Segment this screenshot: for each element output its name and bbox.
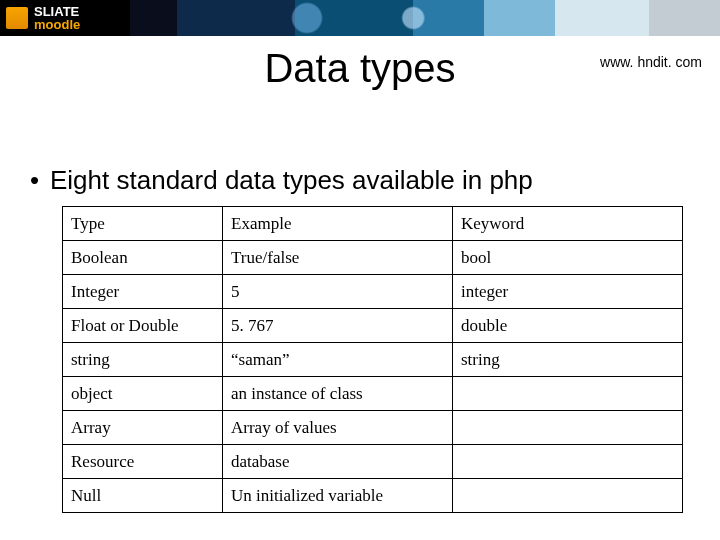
table-header-cell: Example	[223, 207, 453, 241]
table-cell: Un initialized variable	[223, 479, 453, 513]
table-row: object an instance of class	[63, 377, 683, 411]
table-cell: database	[223, 445, 453, 479]
table-header-row: Type Example Keyword	[63, 207, 683, 241]
table-cell: bool	[453, 241, 683, 275]
table-cell	[453, 377, 683, 411]
table-cell: string	[63, 343, 223, 377]
table-row: Array Array of values	[63, 411, 683, 445]
table-cell: integer	[453, 275, 683, 309]
table-cell: Boolean	[63, 241, 223, 275]
table-cell: Null	[63, 479, 223, 513]
table-cell: 5	[223, 275, 453, 309]
table-cell: object	[63, 377, 223, 411]
table-row: Boolean True/false bool	[63, 241, 683, 275]
table-row: Resource database	[63, 445, 683, 479]
table-cell: Float or Double	[63, 309, 223, 343]
title-row: Data types www. hndit. com	[0, 46, 720, 104]
logo-block: SLIATE moodle	[0, 0, 130, 36]
table-cell: Resource	[63, 445, 223, 479]
logo-icon	[6, 7, 28, 29]
table-cell: “saman”	[223, 343, 453, 377]
table-cell: string	[453, 343, 683, 377]
logo-text: SLIATE moodle	[34, 5, 80, 31]
slide-content: •Eight standard data types available in …	[30, 165, 690, 513]
table-header-cell: Type	[63, 207, 223, 241]
table-cell	[453, 445, 683, 479]
table-row: Integer 5 integer	[63, 275, 683, 309]
table-cell: 5. 767	[223, 309, 453, 343]
bullet-dot-icon: •	[30, 165, 50, 196]
table-cell: double	[453, 309, 683, 343]
table-header-cell: Keyword	[453, 207, 683, 241]
bullet-text: Eight standard data types available in p…	[50, 165, 533, 195]
table-cell	[453, 479, 683, 513]
data-types-table: Type Example Keyword Boolean True/false …	[62, 206, 683, 513]
table-cell: Integer	[63, 275, 223, 309]
table-cell: True/false	[223, 241, 453, 275]
table-cell: Array of values	[223, 411, 453, 445]
logo-line2: moodle	[34, 18, 80, 31]
table-row: Float or Double 5. 767 double	[63, 309, 683, 343]
table-row: Null Un initialized variable	[63, 479, 683, 513]
bullet-line: •Eight standard data types available in …	[30, 165, 690, 196]
table-cell: an instance of class	[223, 377, 453, 411]
banner-imagery	[130, 0, 720, 36]
table-row: string “saman” string	[63, 343, 683, 377]
top-banner: SLIATE moodle	[0, 0, 720, 36]
table-cell: Array	[63, 411, 223, 445]
site-url: www. hndit. com	[600, 54, 702, 70]
table-cell	[453, 411, 683, 445]
